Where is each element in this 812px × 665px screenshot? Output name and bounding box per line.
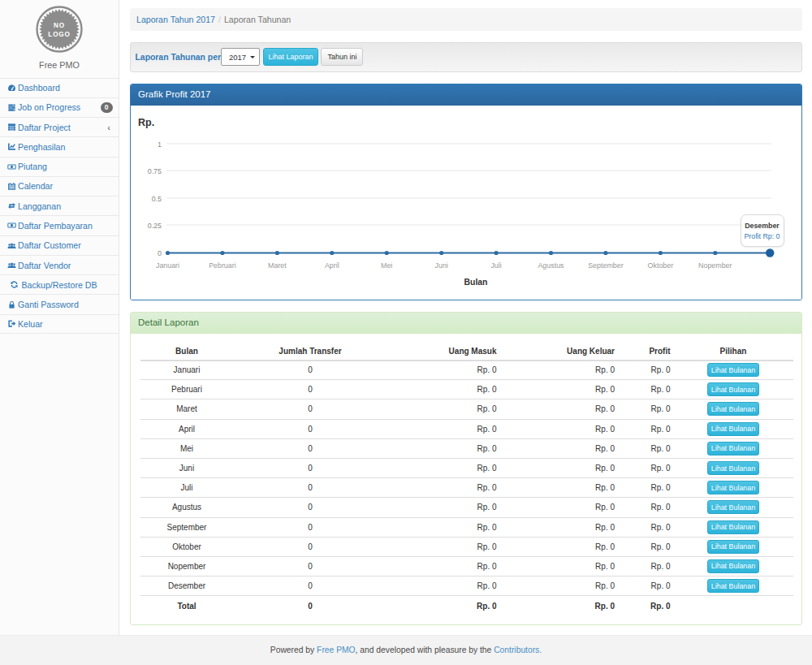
svg-text:Januari: Januari [155,261,179,270]
svg-text:Rp.: Rp. [138,117,154,128]
svg-text:Agustus: Agustus [538,261,564,270]
svg-text:Maret: Maret [268,261,287,270]
svg-text:0.5: 0.5 [151,194,161,202]
svg-text:Bulan: Bulan [464,278,487,287]
svg-text:Mei: Mei [381,261,392,270]
svg-text:0.75: 0.75 [147,166,161,175]
svg-text:LOGO: LOGO [48,31,70,38]
svg-text:April: April [324,261,339,270]
svg-text:Nopember: Nopember [698,261,732,270]
svg-text:September: September [588,261,623,270]
svg-text:Pebruari: Pebruari [209,261,236,270]
svg-text:NO: NO [54,22,65,29]
svg-text:Juni: Juni [434,261,447,270]
svg-text:1: 1 [158,140,162,148]
svg-text:0: 0 [158,249,162,257]
svg-text:Juli: Juli [490,261,501,270]
svg-text:Oktober: Oktober [647,261,673,270]
svg-text:0.25: 0.25 [147,221,161,229]
